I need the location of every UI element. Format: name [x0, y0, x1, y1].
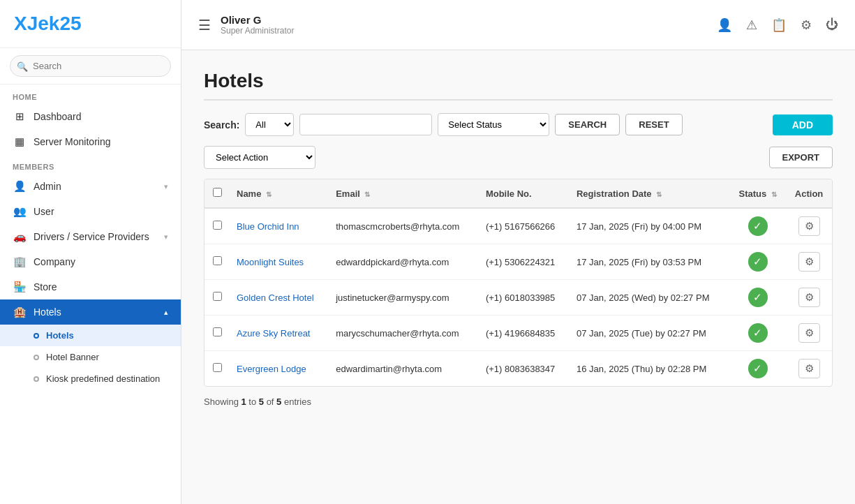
th-reg-date[interactable]: Registration Date ⇅: [570, 179, 729, 208]
topbar-left: ☰ Oliver G Super Administrator: [198, 14, 294, 36]
export-button[interactable]: EXPORT: [769, 147, 833, 168]
sidebar-item-label: Server Monitoring: [34, 136, 168, 147]
row-checkbox[interactable]: [213, 327, 222, 336]
row-action: ⚙: [786, 351, 832, 387]
row-email: justinetucker@armyspy.com: [329, 280, 479, 316]
action-gear-button[interactable]: ⚙: [798, 359, 820, 378]
sidebar-subitem-hotels[interactable]: Hotels: [0, 325, 181, 346]
action-select[interactable]: Select Action Delete: [204, 146, 315, 169]
sidebar-item-admin[interactable]: 👤 Admin ▾: [0, 174, 181, 199]
row-checkbox[interactable]: [213, 221, 222, 230]
server-monitoring-icon: ▦: [13, 135, 27, 148]
row-status: ✓: [729, 351, 786, 387]
sidebar-subitem-label: Hotels: [46, 330, 74, 341]
main-area: ☰ Oliver G Super Administrator 👤 ⚠ 📋 ⚙ ⏻…: [181, 0, 855, 504]
row-name: Moonlight Suites: [230, 244, 329, 280]
topbar: ☰ Oliver G Super Administrator 👤 ⚠ 📋 ⚙ ⏻: [181, 0, 855, 50]
row-name: Golden Crest Hotel: [230, 280, 329, 316]
topbar-user-info: Oliver G Super Administrator: [221, 14, 294, 36]
settings-icon[interactable]: ⚙: [801, 17, 812, 33]
company-icon: 🏢: [13, 255, 27, 268]
th-name[interactable]: Name ⇅: [230, 179, 329, 208]
search-input[interactable]: [10, 55, 171, 77]
action-gear-button[interactable]: ⚙: [798, 216, 820, 236]
th-checkbox: [205, 179, 230, 208]
hotel-name-link[interactable]: Azure Sky Retreat: [237, 328, 311, 339]
hotel-name-link[interactable]: Blue Orchid Inn: [237, 221, 299, 232]
admin-icon: 👤: [13, 180, 27, 193]
row-action: ⚙: [786, 316, 832, 351]
power-icon[interactable]: ⏻: [826, 17, 838, 32]
sort-icon-name: ⇅: [266, 191, 272, 198]
search-text-input[interactable]: [299, 114, 432, 135]
reset-button[interactable]: RESET: [625, 114, 682, 135]
row-checkbox[interactable]: [213, 256, 222, 265]
sort-icon-regdate: ⇅: [656, 191, 662, 198]
sidebar-item-dashboard[interactable]: ⊞ Dashboard: [0, 104, 181, 129]
sidebar-item-store[interactable]: 🏪 Store: [0, 274, 181, 299]
search-bar: Search: All Select Status Active Inactiv…: [204, 113, 833, 136]
row-mobile: (+1) 4196684835: [479, 316, 570, 351]
sidebar-subitem-kiosk[interactable]: Kiosk predefined destination: [0, 368, 181, 390]
topbar-icons: 👤 ⚠ 📋 ⚙ ⏻: [717, 17, 838, 33]
sidebar-item-hotels[interactable]: 🏨 Hotels ▴: [0, 299, 181, 325]
row-checkbox-cell: [205, 208, 230, 244]
hotel-name-link[interactable]: Moonlight Suites: [237, 257, 304, 267]
section-label-members: MEMBERS: [0, 154, 181, 174]
th-email[interactable]: Email ⇅: [329, 179, 479, 208]
search-status-select[interactable]: Select Status Active Inactive: [438, 113, 549, 136]
notes-icon[interactable]: 📋: [771, 17, 787, 33]
sidebar-logo: XJek25: [0, 0, 181, 48]
sidebar-item-user[interactable]: 👥 User: [0, 199, 181, 224]
data-table: Name ⇅ Email ⇅ Mobile No. Registration D…: [204, 179, 833, 387]
th-status[interactable]: Status ⇅: [729, 179, 786, 208]
hotel-name-link[interactable]: Evergreen Lodge: [237, 364, 306, 374]
action-row: Select Action Delete EXPORT: [204, 146, 833, 169]
row-mobile: (+1) 8083638347: [479, 351, 570, 387]
sidebar-item-label: Drivers / Service Providers: [34, 231, 157, 242]
dashboard-icon: ⊞: [13, 110, 27, 123]
sidebar-subitem-hotel-banner[interactable]: Hotel Banner: [0, 346, 181, 368]
row-reg-date: 17 Jan, 2025 (Fri) by 04:00 PM: [570, 208, 729, 244]
status-active-icon: ✓: [748, 288, 768, 307]
menu-icon[interactable]: ☰: [198, 17, 211, 34]
row-checkbox[interactable]: [213, 292, 222, 301]
sort-icon-email: ⇅: [364, 191, 370, 198]
sidebar: XJek25 🔍 HOME ⊞ Dashboard ▦ Server Monit…: [0, 0, 181, 504]
row-reg-date: 17 Jan, 2025 (Fri) by 03:53 PM: [570, 244, 729, 280]
row-checkbox-cell: [205, 244, 230, 280]
action-gear-button[interactable]: ⚙: [798, 252, 820, 272]
action-gear-button[interactable]: ⚙: [798, 288, 820, 307]
table-row: Golden Crest Hotel justinetucker@armyspy…: [205, 280, 832, 316]
search-icon: 🔍: [17, 61, 28, 71]
search-filter-select[interactable]: All: [245, 113, 294, 136]
row-reg-date: 07 Jan, 2025 (Tue) by 02:27 PM: [570, 316, 729, 351]
sidebar-item-drivers-service-providers[interactable]: 🚗 Drivers / Service Providers ▾: [0, 224, 181, 249]
row-checkbox-cell: [205, 316, 230, 351]
add-button[interactable]: ADD: [773, 114, 833, 135]
sidebar-item-server-monitoring[interactable]: ▦ Server Monitoring: [0, 129, 181, 154]
row-name: Azure Sky Retreat: [230, 316, 329, 351]
row-mobile: (+1) 5306224321: [479, 244, 570, 280]
hotel-name-link[interactable]: Golden Crest Hotel: [237, 292, 314, 303]
row-mobile: (+1) 5167566266: [479, 208, 570, 244]
hotels-table: Name ⇅ Email ⇅ Mobile No. Registration D…: [205, 179, 832, 386]
row-action: ⚙: [786, 208, 832, 244]
table-row: Evergreen Lodge edwardimartin@rhyta.com …: [205, 351, 832, 387]
action-gear-button[interactable]: ⚙: [798, 323, 820, 343]
sidebar-item-label: Store: [34, 281, 168, 292]
topbar-user-role: Super Administrator: [221, 26, 294, 36]
sidebar-subitem-label: Kiosk predefined destination: [46, 373, 160, 384]
select-all-checkbox[interactable]: [213, 188, 222, 197]
user-profile-icon[interactable]: 👤: [717, 17, 732, 33]
pagination-to: 5: [259, 396, 264, 407]
user-icon: 👥: [13, 205, 27, 218]
row-email: marycschumacher@rhyta.com: [329, 316, 479, 351]
row-mobile: (+1) 6018033985: [479, 280, 570, 316]
row-checkbox[interactable]: [213, 363, 222, 372]
pagination-from: 1: [241, 396, 246, 407]
search-button[interactable]: SEARCH: [555, 114, 620, 135]
hotels-icon: 🏨: [13, 306, 27, 318]
sidebar-item-company[interactable]: 🏢 Company: [0, 249, 181, 274]
alert-icon[interactable]: ⚠: [746, 17, 757, 33]
